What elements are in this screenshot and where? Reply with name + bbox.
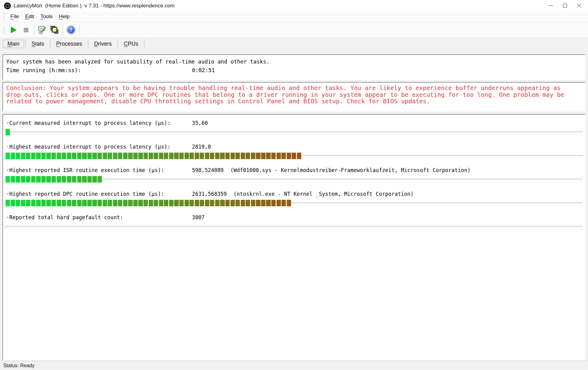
menu-help[interactable]: Help [56, 12, 73, 21]
row-highest-isr: ·Highest reported ISR routine execution … [3, 166, 585, 190]
measurements-panel: ·Current measured interrupt to process l… [2, 114, 586, 360]
row-detail: (ntoskrnl.exe - NT Kernel _System, Micro… [234, 191, 414, 197]
status-text: Status: Ready [3, 363, 35, 368]
app-icon [4, 2, 11, 9]
window-title: LatencyMon (Home Edition ) v 7.31 - http… [14, 3, 175, 9]
menubar-gripper[interactable] [4, 13, 6, 21]
latency-meter-bar [6, 129, 583, 136]
status-bar: Status: Ready [0, 361, 588, 370]
tab-cpus[interactable]: CPUs [118, 39, 144, 48]
help-button[interactable]: ? [65, 24, 77, 36]
tab-processes[interactable]: Processes [50, 39, 88, 48]
row-detail: (Wdf01000.sys - Kernelmodustreiber-Frame… [230, 167, 470, 173]
tab-drivers[interactable]: Drivers [88, 39, 118, 48]
row-value: 598,524089 [192, 167, 223, 173]
menu-edit[interactable]: Edit [22, 12, 37, 21]
latency-meter-bar [6, 223, 583, 230]
minimize-icon [548, 6, 553, 6]
conclusion-panel: Conclusion: Your system appears to be ha… [2, 82, 586, 112]
row-label: ·Reported total hard pagefault count: [6, 214, 123, 220]
analysis-summary: Your system has been analyzed for suitab… [3, 57, 585, 66]
row-highest-latency: ·Highest measured interrupt to process l… [3, 143, 585, 167]
play-icon [11, 27, 17, 33]
row-current-latency: ·Current measured interrupt to process l… [3, 119, 585, 143]
row-pagefault-count: ·Reported total hard pagefault count:300… [3, 214, 585, 237]
window-controls [544, 0, 586, 11]
edit-options-button[interactable] [36, 24, 48, 36]
row-label: ·Highest reported ISR routine execution … [6, 167, 164, 173]
maximize-button[interactable] [558, 0, 572, 11]
toolbar-separator [34, 25, 34, 35]
title-bar: LatencyMon (Home Edition ) v 7.31 - http… [0, 0, 588, 11]
analysis-panel: Your system has been analyzed for suitab… [2, 54, 586, 80]
minimize-button[interactable] [544, 0, 558, 11]
meter-rail [6, 226, 583, 229]
tab-main[interactable]: Main [2, 39, 26, 48]
question-mark-icon: ? [67, 26, 75, 34]
tab-stats[interactable]: Stats [26, 39, 50, 48]
copy-report-button[interactable] [48, 24, 61, 36]
meter-rail [6, 132, 583, 134]
time-running-value: 0:02:51 [192, 66, 215, 75]
latency-meter-bar [6, 176, 583, 183]
time-running-label: Time running (h:mm:ss): [6, 67, 81, 73]
toolbar-separator [79, 25, 79, 35]
menu-tools[interactable]: Tools [37, 12, 56, 21]
row-label: ·Highest reported DPC routine execution … [6, 191, 164, 197]
toolbar: ? [0, 22, 588, 38]
latency-meter-bar [6, 200, 583, 207]
close-icon [577, 3, 582, 8]
row-label: ·Current measured interrupt to process l… [6, 120, 170, 126]
toolbar-gripper[interactable] [4, 26, 6, 34]
row-value: 2631,568359 [192, 191, 227, 197]
tab-strip: Main Stats Processes Drivers CPUs [0, 38, 588, 50]
conclusion-text: Conclusion: Your system appears to be ha… [3, 83, 585, 105]
maximize-icon [563, 4, 567, 8]
row-highest-dpc: ·Highest reported DPC routine execution … [3, 190, 585, 214]
row-value: 35,60 [192, 120, 208, 126]
measurement-rows: ·Current measured interrupt to process l… [3, 115, 585, 237]
close-button[interactable] [572, 0, 586, 11]
start-monitor-button[interactable] [7, 24, 20, 36]
stop-icon [24, 28, 28, 32]
toolbar-separator [63, 25, 63, 35]
monitor-edit-icon [38, 25, 47, 35]
menu-bar: File Edit Tools Help [0, 11, 588, 22]
row-label: ·Highest measured interrupt to process l… [6, 144, 170, 150]
row-value: 3007 [192, 214, 205, 220]
copy-pages-icon [50, 25, 59, 35]
latency-meter-bar [6, 153, 583, 159]
menu-file[interactable]: File [7, 12, 22, 21]
time-running-row: Time running (h:mm:ss):0:02:51 [3, 66, 585, 75]
row-value: 2819,0 [192, 144, 211, 150]
stop-monitor-button[interactable] [20, 24, 32, 36]
